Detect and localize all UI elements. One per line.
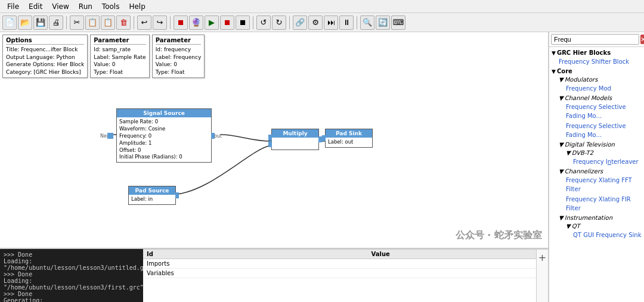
copy-button[interactable]: 📋 [85,15,100,30]
paste-button[interactable]: 📋 [101,15,115,30]
multiply-block[interactable]: Multiply [271,129,319,150]
tree-item-qt-freq-sink[interactable]: QT GUI Frequency Sink [572,230,643,240]
tree-subgroup-dvb: ▼ Digital Television ▼ DVB-T2 Frequency [558,141,643,167]
print-button[interactable]: 🖨 [49,15,63,30]
row-imports-value [368,259,536,269]
qt-text: QT [572,223,580,229]
menu-tools[interactable]: Tools [97,1,125,12]
options-row-1: Output Language: Python [6,54,84,61]
open-button[interactable]: 📂 [18,15,32,30]
console-line-3: Loading: "/home/ubuntu/lesson/lesson3/fi… [4,278,140,291]
dvb-text: Digital Television [565,141,615,148]
channelizers-label[interactable]: ▼ Channelizers [558,167,643,175]
dvb-children: ▼ DVB-T2 Frequency Interleaver [558,149,643,167]
console-line-0: >>> Done [4,251,140,258]
connect-button[interactable]: 🔗 [293,15,307,30]
pause-button[interactable]: ⏸ [339,15,354,30]
kill-button[interactable]: ⏹ [220,15,234,30]
tree-subgroup-dvbt2: ▼ DVB-T2 Frequency Interleaver [565,149,643,167]
console-line-4: >>> Done [4,291,140,297]
cut-button[interactable]: ✂ [70,15,84,30]
pad-sink-block[interactable]: Pad Sink Label: out [325,129,373,148]
param2-row-0: Id: frequency [156,46,202,54]
col-id: Id [143,250,368,259]
tree-group-core-label[interactable]: ▼ Core [550,67,643,75]
save-button[interactable]: 💾 [33,15,48,30]
clear-search-button[interactable]: ✕ [640,35,644,44]
dvbt2-label[interactable]: ▼ DVB-T2 [565,149,643,157]
dvbt2-children: Frequency Interleaver [565,157,643,167]
row-imports-id: Imports [143,259,368,269]
revert-button[interactable]: ↺ [256,15,271,30]
instrumentation-children: ▼ QT QT GUI Frequency Sink [558,222,643,240]
qt-children: QT GUI Frequency Sink [565,230,643,240]
pad-source-block[interactable]: Pad Source Label: in [128,186,176,205]
modulators-label[interactable]: ▼ Modulators [558,76,643,83]
new-button[interactable]: 📄 [2,15,17,30]
menu-help[interactable]: Help [124,1,150,12]
channelizers-arrow-icon: ▼ [559,168,564,175]
param2-row-1: Label: Frequency [156,54,202,61]
menu-view[interactable]: View [47,1,73,12]
refresh-button[interactable]: ↻ [272,15,286,30]
options-title: Options [6,37,84,45]
tree-item-freq-mod[interactable]: Frequency Mod [565,83,643,94]
tree-group-grc-label[interactable]: ▼ GRC Hier Blocks [550,49,643,57]
canvas-area: Options Title: Frequenc...ifter Block Ou… [0,32,549,302]
dvbt2-arrow-icon: ▼ [566,150,571,156]
pad-sink-body: Label: out [326,138,372,147]
tree-item-fading2[interactable]: Frequency Selective Fading Mo... [565,121,643,140]
settings-button[interactable]: ⚙ [308,15,323,30]
param1-row-1: Label: Sample Rate [94,54,145,61]
signal-source-block[interactable]: Signal Source Sample Rate: 0 Waveform: C… [116,108,212,163]
channel-arrow-icon: ▼ [559,95,564,101]
row-variables-value [368,269,536,278]
menu-run[interactable]: Run [74,1,97,12]
signal-source-right-label: out [214,133,222,138]
bottom-area: >>> Done Loading: "/home/ubuntu/lesson/l… [0,248,548,302]
menu-file[interactable]: File [2,1,24,12]
options-row-0: Title: Frequenc...ifter Block [6,46,84,54]
run-button[interactable]: ▶ [205,15,219,30]
tree-item-freq-shifter[interactable]: Frequency Shifter Block [558,57,643,67]
exec-button[interactable]: 🔮 [189,15,203,30]
undo-button[interactable]: ↩ [137,15,151,30]
tree-group-grc: ▼ GRC Hier Blocks Frequency Shifter Bloc… [550,49,643,67]
skip-button[interactable]: ⏭ [324,15,338,30]
menubar: File Edit View Run Tools Help [0,0,644,13]
stop2-button[interactable]: ⏹ [236,15,250,30]
keyboard-button[interactable]: ⌨ [391,15,405,30]
dvb-label[interactable]: ▼ Digital Television [558,141,643,148]
tree-item-interleaver[interactable]: Frequency Interleaver [572,157,643,167]
channel-text: Channel Models [565,95,612,101]
menu-edit[interactable]: Edit [24,1,47,12]
pad-source-out-port [175,192,179,198]
delete-button[interactable]: 🗑 [116,15,131,30]
search-input[interactable] [551,34,639,45]
channel-label[interactable]: ▼ Channel Models [558,94,643,102]
pad-source-body: Label: in [129,195,175,204]
zoom-button[interactable]: 🔍 [360,15,374,30]
props-table-inner: Id Value Imports Variables [143,250,536,302]
tree-subgroup-instrumentation: ▼ Instrumentation ▼ QT QT GUI Frequency [558,214,643,240]
redo-button[interactable]: ↪ [153,15,167,30]
sep3 [170,16,171,29]
stop-button[interactable]: ⏹ [174,15,188,30]
qt-label[interactable]: ▼ QT [565,222,643,230]
sep6 [357,16,357,29]
instrumentation-label[interactable]: ▼ Instrumentation [558,214,643,222]
console-panel[interactable]: >>> Done Loading: "/home/ubuntu/lesson/l… [0,249,143,302]
tree-subgroup-modulators: ▼ Modulators Frequency Mod [558,76,643,94]
pad-source-title: Pad Source [129,186,175,195]
props-area: Options Title: Frequenc...ifter Block Ou… [2,35,205,78]
instrumentation-text: Instrumentation [565,214,612,221]
add-row-button[interactable]: + [536,250,548,302]
pad-sink-title: Pad Sink [326,129,372,138]
flow-canvas[interactable]: Options Title: Frequenc...ifter Block Ou… [0,32,548,248]
channelizers-children: Frequency Xlating FFT Filter Frequency X… [558,175,643,213]
reload-button[interactable]: 🔄 [376,15,390,30]
core-arrow-icon: ▼ [552,69,556,74]
tree-item-fir-filter[interactable]: Frequency Xlating FIR Filter [565,194,643,213]
tree-item-fft-filter[interactable]: Frequency Xlating FFT Filter [565,175,643,194]
tree-item-fading1[interactable]: Frequency Selective Fading Mo... [565,102,643,121]
